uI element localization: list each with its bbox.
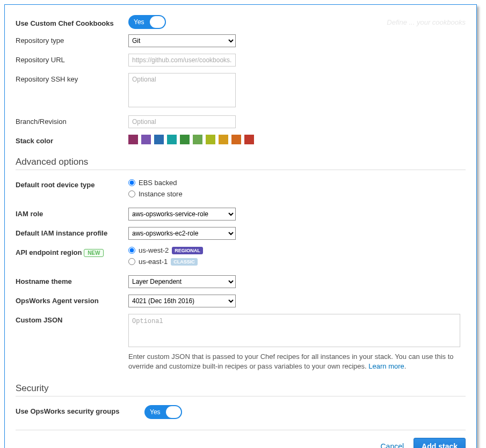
color-swatch-4[interactable] bbox=[180, 135, 190, 144]
hostname-select[interactable]: Layer Dependent bbox=[128, 275, 236, 288]
branch-label: Branch/Revision bbox=[16, 115, 128, 126]
repo-type-select[interactable]: Git bbox=[128, 34, 236, 47]
stack-color-label: Stack color bbox=[16, 135, 128, 145]
use-sg-label: Use OpsWorks security groups bbox=[16, 405, 144, 415]
branch-row: Branch/Revision bbox=[16, 115, 466, 128]
footer-rule bbox=[16, 430, 466, 430]
custom-json-textarea[interactable] bbox=[128, 314, 460, 347]
root-ebs-label: EBS backed bbox=[139, 179, 177, 187]
repo-type-label: Repository type bbox=[16, 34, 128, 45]
regional-badge: REGIONAL bbox=[172, 247, 203, 254]
iam-role-label: IAM role bbox=[16, 208, 128, 218]
agent-select[interactable]: 4021 (Dec 16th 2016) bbox=[128, 295, 236, 307]
root-device-row: Default root device type EBS backed Inst… bbox=[16, 179, 466, 201]
footer: Cancel Add stack bbox=[16, 438, 466, 448]
custom-json-label: Custom JSON bbox=[16, 314, 128, 324]
security-rule bbox=[16, 396, 466, 396]
agent-label: OpsWorks Agent version bbox=[16, 295, 128, 305]
color-swatch-1[interactable] bbox=[141, 135, 151, 144]
security-heading: Security bbox=[16, 383, 466, 394]
agent-row: OpsWorks Agent version 4021 (Dec 16th 20… bbox=[16, 295, 466, 307]
use-sg-toggle[interactable]: Yes bbox=[144, 405, 182, 419]
color-swatch-8[interactable] bbox=[231, 135, 241, 144]
iam-profile-row: Default IAM instance profile aws-opswork… bbox=[16, 227, 466, 240]
iam-profile-select[interactable]: aws-opsworks-ec2-role bbox=[128, 227, 236, 240]
repo-url-input[interactable] bbox=[128, 54, 236, 67]
ssh-key-row: Repository SSH key bbox=[16, 73, 466, 109]
add-stack-button[interactable]: Add stack bbox=[414, 438, 466, 448]
use-sg-row: Use OpsWorks security groups Yes bbox=[16, 405, 466, 419]
region-east-label: us-east-1 bbox=[139, 258, 168, 266]
color-swatch-0[interactable] bbox=[128, 135, 138, 144]
color-swatch-6[interactable] bbox=[206, 135, 215, 144]
api-region-row: API endpoint region NEW us-west-2 REGION… bbox=[16, 246, 466, 269]
color-swatch-5[interactable] bbox=[193, 135, 202, 144]
root-instance-radio[interactable] bbox=[128, 190, 135, 197]
custom-json-help-text: Enter custom JSON that is passed to your… bbox=[128, 352, 454, 370]
repo-type-row: Repository type Git bbox=[16, 34, 466, 47]
color-swatch-9[interactable] bbox=[244, 135, 254, 144]
toggle-label: Yes bbox=[134, 18, 144, 26]
root-ebs-radio[interactable] bbox=[128, 179, 135, 186]
color-swatch-7[interactable] bbox=[219, 135, 228, 144]
learn-more-link[interactable]: Learn more bbox=[368, 362, 404, 370]
region-west-label: us-west-2 bbox=[139, 246, 169, 254]
api-region-label: API endpoint region NEW bbox=[16, 246, 128, 257]
use-sg-toggle-label: Yes bbox=[150, 408, 161, 416]
color-swatch-2[interactable] bbox=[154, 135, 164, 144]
torn-edge bbox=[5, 5, 476, 12]
repo-url-row: Repository URL bbox=[16, 54, 466, 67]
use-cookbooks-row: Use Custom Chef Cookbooks Yes Define ...… bbox=[16, 15, 466, 29]
hostname-row: Hostname theme Layer Dependent bbox=[16, 275, 466, 288]
classic-badge: CLASSIC bbox=[171, 258, 198, 266]
stack-color-row: Stack color bbox=[16, 135, 466, 145]
root-instance-label: Instance store bbox=[139, 190, 183, 198]
cookbooks-hint: Define ... your cookbooks bbox=[387, 18, 466, 26]
advanced-heading: Advanced options bbox=[16, 157, 466, 167]
region-east-radio[interactable] bbox=[128, 258, 135, 265]
custom-json-row: Custom JSON Enter custom JSON that is pa… bbox=[16, 314, 466, 371]
iam-role-select[interactable]: aws-opsworks-service-role bbox=[128, 208, 236, 221]
iam-profile-label: Default IAM instance profile bbox=[16, 227, 128, 237]
cancel-button[interactable]: Cancel bbox=[380, 442, 404, 448]
toggle-knob bbox=[150, 16, 165, 28]
color-swatches bbox=[128, 135, 466, 144]
branch-input[interactable] bbox=[128, 115, 236, 128]
ssh-key-label: Repository SSH key bbox=[16, 73, 128, 83]
ssh-key-textarea[interactable] bbox=[128, 73, 236, 107]
use-sg-toggle-knob bbox=[166, 406, 181, 418]
use-cookbooks-label: Use Custom Chef Cookbooks bbox=[16, 17, 128, 27]
advanced-rule bbox=[16, 170, 466, 170]
settings-panel: Use Custom Chef Cookbooks Yes Define ...… bbox=[4, 4, 477, 448]
new-badge: NEW bbox=[84, 249, 104, 257]
custom-json-help: Enter custom JSON that is passed to your… bbox=[128, 352, 460, 371]
repo-url-label: Repository URL bbox=[16, 54, 128, 64]
iam-role-row: IAM role aws-opsworks-service-role bbox=[16, 208, 466, 221]
region-west-radio[interactable] bbox=[128, 247, 135, 254]
use-cookbooks-toggle[interactable]: Yes bbox=[128, 15, 166, 29]
api-region-label-text: API endpoint region bbox=[16, 248, 82, 256]
color-swatch-3[interactable] bbox=[167, 135, 177, 144]
hostname-label: Hostname theme bbox=[16, 275, 128, 285]
root-device-label: Default root device type bbox=[16, 179, 128, 189]
